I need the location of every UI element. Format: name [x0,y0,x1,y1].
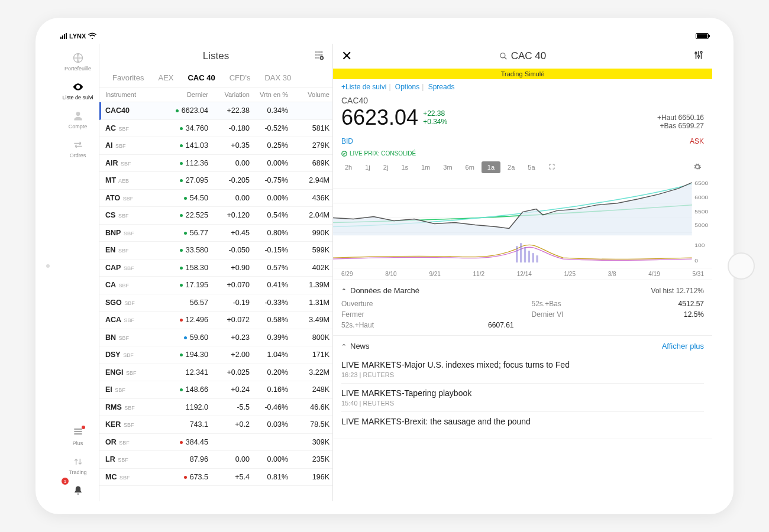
chart-range-tabs: 2h1j2j1s1m3m6m1a2a5a [333,158,712,177]
news-list: LIVE MARKETS-Major U.S. indexes mixed; f… [341,355,704,433]
range-tab[interactable]: 2a [502,161,521,173]
nav-more[interactable]: Plus [57,421,99,451]
svg-text:6000: 6000 [694,194,708,200]
svg-rect-18 [516,246,518,262]
news-item[interactable]: LIVE MARKETS-Major U.S. indexes mixed; f… [341,355,704,383]
bid-label[interactable]: BID [341,137,353,145]
svg-point-4 [500,53,505,58]
add-watchlist-link[interactable]: +Liste de suivi [341,83,386,91]
list-tab[interactable]: Favorites [105,69,151,87]
range-tab[interactable]: 3m [437,161,458,173]
news-item[interactable]: LIVE MARKETS-Tapering playbook15:40 | RE… [341,383,704,411]
instrument-row[interactable]: CAC406623.04+22.380.34% [99,102,332,120]
svg-rect-20 [524,247,526,262]
range-tab[interactable]: 1a [482,161,500,173]
instrument-row[interactable]: EN SBF33.580-0.050-0.15%599K [99,242,332,259]
list-tab[interactable]: CFD's [222,69,258,87]
svg-rect-22 [532,253,534,262]
nav-trading[interactable]: Trading [57,451,99,480]
bell-icon [72,485,84,497]
signal-icon [60,33,67,39]
instrument-row[interactable]: MC SBF673.5+5.40.81%196K [99,469,332,486]
simulated-banner: Trading Simulé [333,69,712,79]
instrument-row[interactable]: OR SBF384.45309K [99,434,332,452]
app-root: Portefeuille Liste de suivi Compte Ordre… [57,44,712,501]
tablet-frame: LYNX Portefeuille Liste de suivi Compte [35,18,734,514]
news-section: ⌄News Afficher plus LIVE MARKETS-Major U… [333,336,712,439]
battery-icon [696,33,709,39]
settings-button[interactable] [693,50,704,63]
list-tab[interactable]: DAX 30 [257,69,298,87]
panel-title: Listes [203,50,229,62]
instrument-row[interactable]: LR SBF87.960.000.00%235K [99,451,332,469]
quote-change-pct: +0.34% [423,118,447,126]
list-tab[interactable]: AEX [151,69,180,87]
instrument-row[interactable]: EI SBF148.66+0.240.16%248K [99,381,332,399]
range-tab[interactable]: 1m [415,161,436,173]
quote-price: 6623.04 [341,105,418,130]
news-item[interactable]: LIVE MARKETS-Brexit: the sausage and the… [341,411,704,433]
instrument-row[interactable]: DSY SBF194.30+2.001.04%171K [99,346,332,364]
nav-account[interactable]: Compte [57,105,99,134]
status-bar: LYNX [57,31,712,41]
alert-badge: 1 [62,478,69,485]
instrument-row[interactable]: RMS SBF1192.0-5.5-0.46%46.6K [99,399,332,417]
instrument-row[interactable]: AI SBF141.03+0.350.25%279K [99,137,332,155]
svg-text:5500: 5500 [694,208,708,214]
instrument-row[interactable]: CA SBF17.195+0.0700.41%1.39M [99,277,332,294]
column-headers: Instrument Dernier Variation Vrtn en % V… [99,87,332,102]
nav-alerts[interactable]: 1 [57,480,99,501]
news-more-link[interactable]: Afficher plus [662,342,704,351]
options-link[interactable]: Options [395,83,419,91]
instrument-row[interactable]: ACA SBF12.496+0.0720.58%3.49M [99,312,332,329]
instrument-row[interactable]: BNP SBF56.77+0.450.80%990K [99,225,332,242]
carrier-label: LYNX [69,33,86,40]
range-tab[interactable]: 2h [339,161,358,173]
detail-search[interactable]: CAC 40 [499,50,547,62]
instrument-row[interactable]: CS SBF22.525+0.1200.54%2.04M [99,207,332,225]
side-rail: Portefeuille Liste de suivi Compte Ordre… [57,44,99,501]
add-list-button[interactable] [312,50,324,63]
instrument-row[interactable]: SGO SBF56.57-0.19-0.33%1.31M [99,294,332,312]
range-tab[interactable]: 2j [377,161,395,173]
svg-text:6500: 6500 [694,180,708,186]
home-button[interactable] [728,252,755,280]
instrument-row[interactable]: CAP SBF158.30+0.900.57%402K [99,259,332,277]
svg-rect-19 [520,243,522,262]
instrument-row[interactable]: ENGI SBF12.341+0.0250.20%3.22M [99,364,332,382]
nav-portfolio[interactable]: Portefeuille [57,47,99,76]
eye-icon [72,81,84,93]
svg-point-6 [698,55,700,57]
range-tab[interactable]: 6m [460,161,480,173]
quote-symbol: CAC40 [341,96,704,105]
market-data-toggle[interactable]: ⌄Données de Marché [341,286,419,295]
instrument-row[interactable]: AC SBF34.760-0.180-0.52%581K [99,120,332,138]
nav-orders[interactable]: Ordres [57,134,99,163]
instrument-row[interactable]: MT AEB27.095-0.205-0.75%2.94M [99,172,332,190]
range-tab[interactable]: 5a [522,161,541,173]
instrument-row[interactable]: BN SBF59.60+0.230.39%800K [99,329,332,347]
instrument-row[interactable]: KER SBF743.1+0.20.03%78.5K [99,416,332,434]
svg-point-5 [695,52,697,54]
wifi-icon [88,32,96,41]
close-button[interactable]: ✕ [341,48,352,64]
chart-settings[interactable] [689,160,706,174]
spreads-link[interactable]: Spreads [428,83,455,91]
instrument-row[interactable]: AIR SBF112.360.000.00%689K [99,155,332,173]
svg-text:100: 100 [694,242,705,248]
svg-text:0: 0 [694,258,698,264]
list-tab[interactable]: CAC 40 [180,69,222,87]
svg-point-7 [700,51,702,53]
price-chart[interactable]: 6500600055005000 1000 [333,177,712,268]
instrument-rows: CAC406623.04+22.380.34%AC SBF34.760-0.18… [99,102,332,501]
instrument-row[interactable]: ATO SBF54.500.000.00%436K [99,190,332,207]
fullscreen-icon[interactable] [542,161,561,174]
chart-x-axis: 6/298/109/2111/212/141/253/84/195/31 [333,268,712,280]
range-tab[interactable]: 1j [359,161,376,173]
vol-hist: 12.712% [676,287,704,295]
detail-panel: ✕ CAC 40 Trading Simulé +Liste de suivi|… [333,44,712,501]
news-toggle[interactable]: ⌄News [341,342,370,351]
range-tab[interactable]: 1s [395,161,414,173]
nav-watchlist[interactable]: Liste de suivi [57,76,99,105]
ask-label[interactable]: ASK [690,137,704,145]
